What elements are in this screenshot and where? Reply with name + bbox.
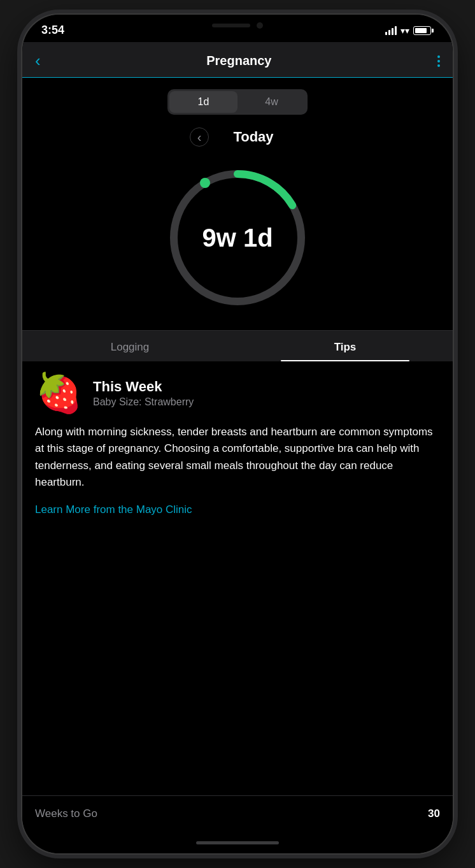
volume-down-button (21, 238, 22, 282)
weeks-to-go-row: Weeks to Go 30 (22, 795, 453, 832)
prev-date-button[interactable]: ‹ (190, 127, 209, 147)
weeks-to-go-value: 30 (428, 807, 440, 820)
battery-icon (413, 26, 434, 35)
main-content: 1d 4w ‹ Today (22, 78, 453, 853)
status-icons: ▾▾ (385, 25, 434, 36)
home-indicator (22, 832, 453, 853)
phone-screen: 3:54 ▾▾ ‹ Pregnancy (22, 15, 453, 853)
progress-ring: 9w 1d (164, 164, 311, 311)
this-week-header: 🍓 This Week Baby Size: Strawberry (35, 374, 440, 412)
home-bar (196, 841, 279, 844)
phone-frame: 3:54 ▾▾ ‹ Pregnancy (21, 13, 454, 855)
tab-logging-label: Logging (111, 341, 150, 353)
back-button[interactable]: ‹ (35, 51, 41, 71)
notch (187, 15, 288, 36)
tab-logging[interactable]: Logging (22, 331, 238, 361)
navigation-bar: ‹ Pregnancy (22, 42, 453, 78)
power-button (453, 199, 454, 263)
week-title: This Week (93, 379, 194, 395)
weeks-to-go-label: Weeks to Go (35, 807, 97, 820)
view-toggle-section: 1d 4w (22, 78, 453, 121)
camera (257, 22, 263, 29)
baby-size-label: Baby Size: Strawberry (93, 396, 194, 408)
signal-icon (385, 26, 397, 35)
tab-tips[interactable]: Tips (238, 331, 453, 361)
toggle-1d-button[interactable]: 1d (169, 91, 238, 113)
ring-display-text: 9w 1d (202, 224, 273, 252)
date-label: Today (222, 129, 285, 145)
this-week-text: This Week Baby Size: Strawberry (93, 379, 194, 408)
speaker (212, 24, 250, 27)
tips-section: 🍓 This Week Baby Size: Strawberry Along … (22, 361, 453, 795)
svg-point-2 (200, 178, 210, 188)
strawberry-icon: 🍓 (35, 374, 83, 412)
more-button[interactable] (437, 55, 440, 67)
volume-silent-button (21, 142, 22, 168)
wifi-icon: ▾▾ (401, 25, 409, 36)
date-navigation: ‹ Today (22, 121, 453, 152)
toggle-bar: 1d 4w (167, 89, 308, 115)
page-title: Pregnancy (206, 54, 271, 68)
tab-tips-label: Tips (334, 341, 357, 353)
toggle-4w-button[interactable]: 4w (238, 91, 306, 113)
progress-ring-section: 9w 1d (22, 152, 453, 330)
volume-up-button (21, 180, 22, 225)
mayo-clinic-link[interactable]: Learn More from the Mayo Clinic (35, 503, 192, 516)
status-time: 3:54 (41, 24, 64, 37)
tips-body-text: Along with morning sickness, tender brea… (35, 424, 440, 491)
tabs-bar: Logging Tips (22, 330, 453, 361)
